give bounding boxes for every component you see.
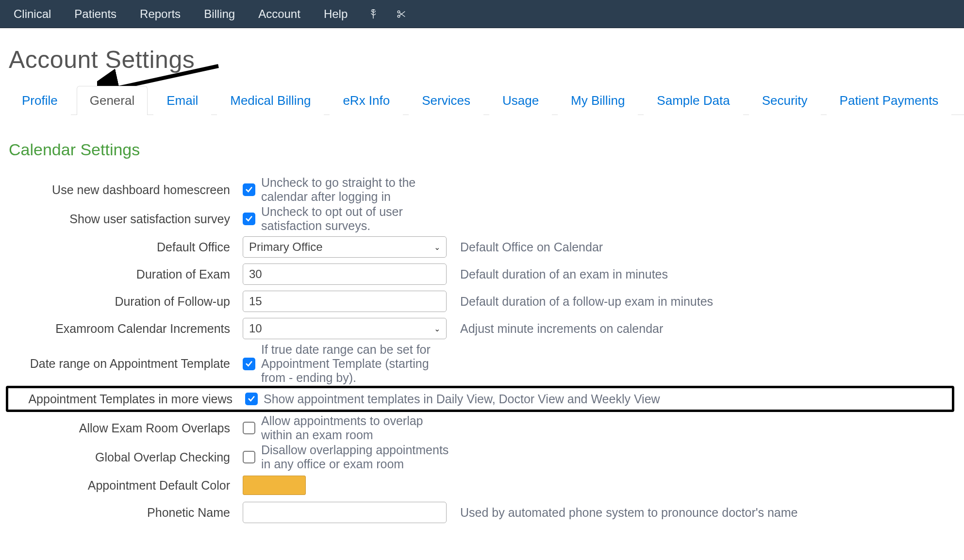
scissors-icon[interactable] (387, 0, 416, 28)
label-default-office: Default Office (10, 240, 243, 254)
tabs-row: Profile General Email Medical Billing eR… (9, 85, 964, 115)
row-survey: Show user satisfaction survey Uncheck to… (10, 205, 954, 233)
row-calendar-increments: Examroom Calendar Increments 10 ⌄ Adjust… (10, 315, 954, 342)
checkbox-allow-overlaps[interactable] (243, 422, 255, 434)
row-global-overlap: Global Overlap Checking Disallow overlap… (10, 443, 954, 471)
label-duration-followup: Duration of Follow-up (10, 295, 243, 309)
tab-my-billing[interactable]: My Billing (558, 86, 638, 115)
svg-point-1 (398, 11, 400, 13)
row-allow-overlaps: Allow Exam Room Overlaps Allow appointme… (10, 414, 954, 442)
tab-services[interactable]: Services (409, 86, 483, 115)
nav-patients[interactable]: Patients (63, 0, 128, 28)
chevron-down-icon: ⌄ (434, 324, 440, 333)
label-default-color: Appointment Default Color (10, 478, 243, 493)
input-duration-exam[interactable]: 30 (243, 264, 447, 285)
help-duration-followup: Default duration of a follow-up exam in … (454, 295, 713, 309)
row-dashboard: Use new dashboard homescreen Uncheck to … (10, 176, 954, 204)
select-calendar-increments[interactable]: 10 ⌄ (243, 318, 447, 339)
help-dashboard: Uncheck to go straight to the calendar a… (255, 176, 454, 204)
help-date-range-template: If true date range can be set for Appoin… (255, 343, 454, 385)
label-survey: Show user satisfaction survey (10, 212, 243, 226)
label-global-overlap: Global Overlap Checking (10, 450, 243, 464)
input-phonetic-name[interactable] (243, 502, 447, 523)
tab-medical-billing[interactable]: Medical Billing (217, 86, 324, 115)
tab-general[interactable]: General (77, 86, 148, 115)
label-templates-more-views: Appointment Templates in more views (12, 392, 245, 406)
select-calendar-increments-value: 10 (249, 322, 262, 335)
help-templates-more-views: Show appointment templates in Daily View… (258, 392, 667, 406)
help-calendar-increments: Adjust minute increments on calendar (454, 322, 663, 336)
label-date-range-template: Date range on Appointment Template (10, 357, 243, 371)
caduceus-icon[interactable] (359, 0, 387, 28)
row-duration-exam: Duration of Exam 30 Default duration of … (10, 261, 954, 287)
help-global-overlap: Disallow overlapping appointments in any… (255, 443, 454, 471)
row-date-range-template: Date range on Appointment Template If tr… (10, 343, 954, 385)
top-nav: Clinical Patients Reports Billing Accoun… (0, 0, 964, 28)
tab-usage[interactable]: Usage (489, 86, 552, 115)
checkbox-date-range-template[interactable] (243, 358, 255, 370)
label-allow-overlaps: Allow Exam Room Overlaps (10, 421, 243, 435)
page-title: Account Settings (9, 46, 964, 74)
nav-help[interactable]: Help (312, 0, 359, 28)
svg-point-2 (398, 15, 400, 17)
checkbox-templates-more-views[interactable] (245, 393, 258, 405)
label-duration-exam: Duration of Exam (10, 267, 243, 281)
section-title-calendar: Calendar Settings (9, 140, 964, 159)
tab-erx-info[interactable]: eRx Info (330, 86, 403, 115)
row-duration-followup: Duration of Follow-up 15 Default duratio… (10, 288, 954, 314)
input-duration-exam-value: 30 (249, 267, 262, 281)
select-default-office[interactable]: Primary Office ⌄ (243, 236, 447, 258)
label-dashboard: Use new dashboard homescreen (10, 183, 243, 197)
select-default-office-value: Primary Office (249, 240, 323, 254)
tab-security[interactable]: Security (749, 86, 821, 115)
input-duration-followup-value: 15 (249, 295, 262, 308)
help-allow-overlaps: Allow appointments to overlap within an … (255, 414, 454, 442)
label-calendar-increments: Examroom Calendar Increments (10, 322, 243, 336)
help-duration-exam: Default duration of an exam in minutes (454, 267, 668, 281)
checkbox-global-overlap[interactable] (243, 451, 255, 463)
color-swatch-appointment[interactable] (243, 476, 306, 495)
help-survey: Uncheck to opt out of user satisfaction … (255, 205, 454, 233)
row-templates-more-views: Appointment Templates in more views Show… (6, 386, 954, 412)
help-default-office: Default Office on Calendar (454, 240, 603, 254)
nav-reports[interactable]: Reports (128, 0, 192, 28)
row-phonetic-name: Phonetic Name Used by automated phone sy… (10, 499, 954, 526)
nav-billing[interactable]: Billing (192, 0, 247, 28)
checkbox-dashboard[interactable] (243, 183, 255, 196)
tab-sample-data[interactable]: Sample Data (644, 86, 743, 115)
row-default-office: Default Office Primary Office ⌄ Default … (10, 234, 954, 260)
help-phonetic-name: Used by automated phone system to pronou… (454, 506, 798, 520)
input-duration-followup[interactable]: 15 (243, 291, 447, 312)
row-default-color: Appointment Default Color (10, 472, 954, 498)
chevron-down-icon: ⌄ (434, 243, 440, 252)
tab-profile[interactable]: Profile (9, 86, 71, 115)
checkbox-survey[interactable] (243, 213, 255, 225)
label-phonetic-name: Phonetic Name (10, 506, 243, 520)
tab-patient-payments[interactable]: Patient Payments (827, 86, 952, 115)
tab-email[interactable]: Email (153, 86, 211, 115)
nav-clinical[interactable]: Clinical (2, 0, 63, 28)
nav-account[interactable]: Account (247, 0, 312, 28)
settings-form: Use new dashboard homescreen Uncheck to … (0, 176, 964, 546)
